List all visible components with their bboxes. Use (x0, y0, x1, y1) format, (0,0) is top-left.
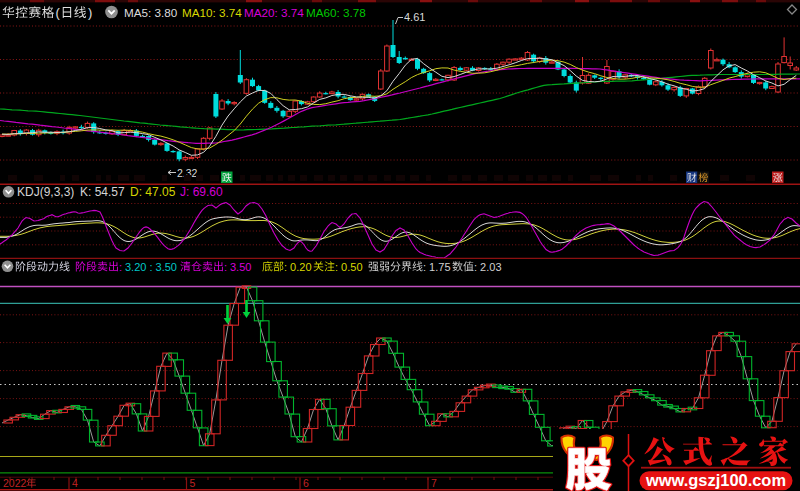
svg-text:: 2.03: : 2.03 (474, 261, 502, 273)
svg-text:K: 54.57: K: 54.57 (80, 185, 125, 199)
svg-text:www.gszj100.com: www.gszj100.com (645, 471, 786, 489)
svg-text:4: 4 (72, 477, 78, 489)
svg-text:MA20: 3.74: MA20: 3.74 (244, 6, 304, 19)
svg-text:D: 47.05: D: 47.05 (130, 185, 176, 199)
svg-text:6: 6 (303, 477, 309, 489)
svg-text:: 0.50: : 0.50 (335, 261, 363, 273)
svg-text::: : (119, 261, 122, 273)
svg-text:7: 7 (431, 477, 437, 489)
svg-text:: 0.20: : 0.20 (284, 261, 312, 273)
svg-text:(: ( (56, 5, 61, 20)
svg-text:MA10: 3.74: MA10: 3.74 (182, 6, 242, 19)
svg-text:3.20 : 3.50: 3.20 : 3.50 (125, 261, 177, 273)
svg-text::: : (224, 261, 227, 273)
svg-text:: 1.75: : 1.75 (423, 261, 451, 273)
svg-text:): ) (88, 5, 92, 20)
svg-text:KDJ(9,3,3): KDJ(9,3,3) (17, 185, 74, 199)
svg-text:MA5: 3.80: MA5: 3.80 (124, 6, 178, 19)
svg-text:J: 69.60: J: 69.60 (180, 185, 223, 199)
svg-text:2022: 2022 (3, 477, 27, 489)
svg-text:5: 5 (190, 477, 196, 489)
svg-text:4.61: 4.61 (404, 11, 425, 23)
svg-text:3.50: 3.50 (230, 261, 251, 273)
svg-text:MA60: 3.78: MA60: 3.78 (306, 6, 366, 19)
